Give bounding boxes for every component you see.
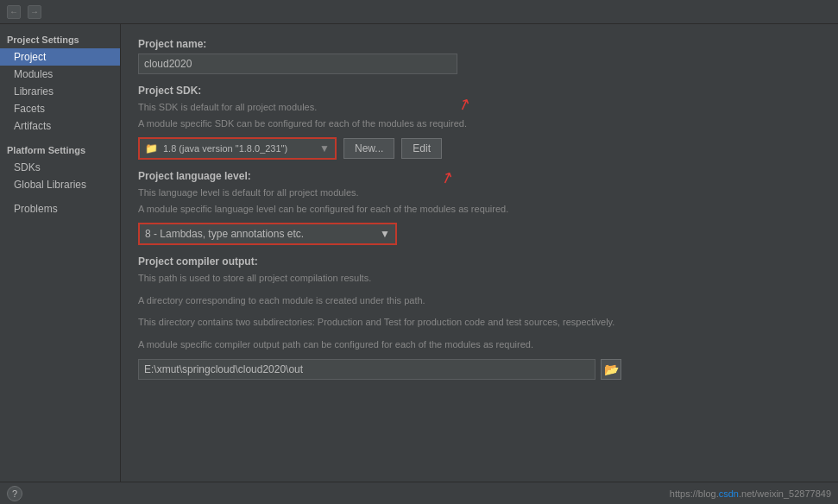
platform-settings-title: Platform Settings bbox=[0, 142, 120, 159]
sdk-desc2: A module specific SDK can be configured … bbox=[138, 117, 821, 131]
forward-button[interactable]: → bbox=[28, 5, 41, 19]
sdk-dropdown-arrow: ▼ bbox=[319, 142, 330, 154]
language-desc1: This language level is default for all p… bbox=[138, 186, 821, 200]
language-value: 8 - Lambdas, type annotations etc. bbox=[145, 228, 380, 240]
help-button[interactable]: ? bbox=[7, 486, 22, 501]
sdk-value: 1.8 (java version "1.8.0_231") bbox=[163, 143, 316, 154]
language-label: Project language level: bbox=[138, 170, 821, 182]
bottom-bar: ? https://blog.csdn.net/weixin_52877849 bbox=[0, 482, 838, 504]
sidebar-item-project[interactable]: Project bbox=[0, 48, 120, 66]
sdk-folder-icon: 📁 bbox=[145, 142, 158, 154]
sdk-label: Project SDK: bbox=[138, 85, 821, 97]
back-button[interactable]: ← bbox=[7, 5, 21, 19]
language-dropdown-arrow: ▼ bbox=[380, 228, 390, 240]
edit-sdk-button[interactable]: Edit bbox=[401, 138, 442, 159]
new-sdk-button[interactable]: New... bbox=[343, 138, 394, 159]
project-name-label: Project name: bbox=[138, 38, 821, 50]
main-content: Project name: Project SDK: This SDK is d… bbox=[121, 24, 838, 482]
compiler-output-section: Project compiler output: This path is us… bbox=[138, 255, 821, 380]
path-row: 📂 bbox=[138, 359, 821, 380]
sdk-desc1: This SDK is default for all project modu… bbox=[138, 100, 821, 115]
sidebar-item-sdks[interactable]: SDKs bbox=[0, 159, 120, 176]
output-path-input[interactable] bbox=[138, 359, 595, 380]
project-name-input[interactable] bbox=[138, 54, 457, 74]
project-settings-title: Project Settings bbox=[0, 31, 120, 48]
compiler-desc3: This directory contains two subdirectori… bbox=[138, 315, 821, 331]
browse-folder-button[interactable]: 📂 bbox=[601, 359, 621, 380]
compiler-desc4: A module specific compiler output path c… bbox=[138, 337, 821, 353]
language-desc2: A module specific language level can be … bbox=[138, 202, 821, 217]
folder-open-icon: 📂 bbox=[604, 362, 619, 376]
compiler-desc2: A directory corresponding to each module… bbox=[138, 293, 821, 309]
sidebar-item-problems[interactable]: Problems bbox=[0, 200, 120, 217]
language-dropdown[interactable]: 8 - Lambdas, type annotations etc. ▼ bbox=[138, 223, 397, 245]
compiler-desc1: This path is used to store all project c… bbox=[138, 271, 821, 287]
sidebar-item-modules[interactable]: Modules bbox=[0, 66, 120, 83]
sidebar-item-facets[interactable]: Facets bbox=[0, 100, 120, 117]
compiler-output-label: Project compiler output: bbox=[138, 255, 821, 268]
title-bar: ← → bbox=[0, 0, 838, 24]
sidebar: Project Settings Project Modules Librari… bbox=[0, 24, 121, 482]
watermark: https://blog.csdn.net/weixin_52877849 bbox=[670, 488, 831, 499]
sdk-dropdown[interactable]: 📁 1.8 (java version "1.8.0_231") ▼ bbox=[138, 137, 337, 160]
sidebar-item-libraries[interactable]: Libraries bbox=[0, 83, 120, 100]
sidebar-item-global-libraries[interactable]: Global Libraries bbox=[0, 176, 120, 193]
sidebar-item-artifacts[interactable]: Artifacts bbox=[0, 117, 120, 135]
